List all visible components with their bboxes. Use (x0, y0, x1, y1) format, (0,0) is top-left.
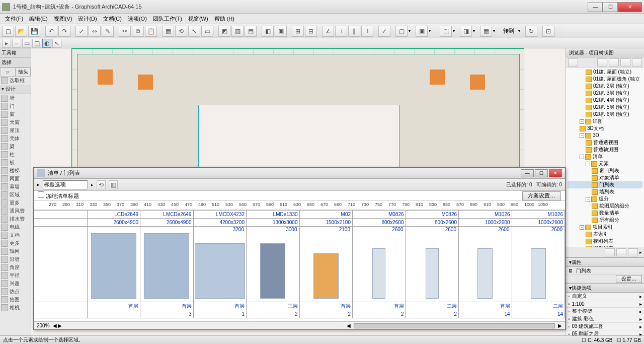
toolbox-tool[interactable]: 通风管 (0, 207, 31, 215)
freeze-checkbox[interactable]: 冻结清单标题 (38, 191, 79, 200)
toolbox-tool[interactable]: 相机 (0, 304, 31, 312)
menu-item[interactable]: 视窗(W) (185, 14, 211, 24)
maximize-button[interactable]: ☐ (603, 2, 618, 12)
schedule-titlebar[interactable]: 清单 / 门列表 — ☐ ✕ (34, 168, 565, 179)
tree-node[interactable]: 表索引 (568, 231, 642, 238)
project-tree[interactable]: 01建. 屋面 (独立)01建. 屋面檐角 (独立02结. 2层 (独立)02结… (566, 67, 644, 247)
menu-item[interactable]: 视图(V) (51, 14, 75, 24)
minimize-button[interactable]: — (588, 2, 603, 12)
toolbox-tool[interactable]: 网面 (0, 175, 31, 183)
toolbox-tool[interactable]: 半径 (0, 271, 31, 280)
tool-icon[interactable]: ✎ (102, 26, 114, 37)
menu-item[interactable]: 文件(F) (2, 14, 26, 24)
header-options-input[interactable] (43, 180, 88, 189)
horizontal-scrollbar[interactable] (354, 323, 555, 328)
toolbox-tool[interactable]: 角度 (0, 263, 31, 271)
toolbox-tool[interactable]: 热点 (0, 288, 31, 296)
sched-tool-icon[interactable]: ⟲ (97, 180, 106, 189)
tree-node[interactable]: 02结. 3层 (独立) (568, 90, 642, 97)
tree-node[interactable]: 窗口列表 (568, 167, 642, 174)
tree-node[interactable]: 按图层的组分 (568, 202, 642, 210)
tool-icon[interactable]: ⟲ (175, 26, 187, 37)
schedule-minimize-button[interactable]: — (521, 169, 534, 177)
tree-node[interactable]: 数量清单 (568, 210, 642, 217)
tool-icon[interactable]: ⇔ (89, 26, 101, 37)
quick-option-row[interactable]: ▫03 建筑施工图▸ (566, 323, 644, 330)
toolbox-tool[interactable]: 板 (0, 159, 31, 167)
pointer-icon[interactable]: ☞ (0, 67, 16, 77)
tree-node[interactable]: 普通轴测图 (568, 146, 642, 153)
tool-copy-icon[interactable]: ⧉ (132, 26, 144, 37)
scroll-left-icon[interactable]: ◀ (347, 323, 351, 328)
toolbox-tool[interactable]: 拾图 (0, 296, 31, 304)
tool-icon[interactable]: ⟂ (335, 26, 347, 37)
tool-icon[interactable]: ◫ (32, 39, 41, 48)
toolbox-tool[interactable]: 排水管 (0, 215, 31, 223)
tool-icon[interactable]: ▭ (201, 26, 213, 37)
zoom-value[interactable]: 200% (37, 323, 50, 328)
toolbox-tool[interactable]: 文档 (0, 231, 31, 239)
tree-node[interactable]: 02结. 4层 (独立) (568, 97, 642, 104)
arrow-icon[interactable]: ▸ (2, 39, 11, 48)
toolbox-tool[interactable]: 电线 (0, 223, 31, 231)
tool-undo-icon[interactable]: ↶ (45, 26, 57, 37)
toolbox-tool[interactable]: 屋顶 (0, 126, 31, 134)
nav-icon[interactable] (597, 58, 607, 66)
nav-view-icon[interactable] (568, 58, 578, 66)
arrow-tool[interactable]: 箭头 (16, 67, 31, 77)
quick-option-row[interactable]: ▫整个模型▸ (566, 308, 644, 315)
tool-paste-icon[interactable]: 📋 (145, 26, 157, 37)
nav-action-icon[interactable] (628, 248, 638, 256)
toolbox-tool[interactable]: 区域 (0, 191, 31, 199)
toolbox-tool[interactable]: 幕墙 (0, 183, 31, 191)
tree-node[interactable]: 02结. 6层 (独立) (568, 111, 642, 118)
tree-node[interactable]: 门列表 (568, 181, 642, 188)
scroll-right-icon[interactable]: ▶ (558, 323, 562, 328)
toolbox-tool[interactable]: 壳体 (0, 134, 31, 143)
menu-item[interactable]: 设计(D) (75, 14, 100, 24)
tool-icon[interactable]: ▦ (480, 26, 492, 37)
tool-icon[interactable]: ▭ (22, 39, 31, 48)
menu-item[interactable]: 选项(O) (125, 14, 150, 24)
door-schedule-table[interactable]: LCDe2649LMCDe2649LMCDX4232LMDe1330M02M08… (34, 210, 565, 318)
tree-node[interactable]: +详图 (568, 118, 642, 125)
menu-item[interactable]: 团队工作(T) (150, 14, 185, 24)
tree-node[interactable]: −3D (568, 132, 642, 139)
tool-icon[interactable]: ⊥ (361, 26, 373, 37)
tool-icon[interactable]: ∥ (348, 26, 360, 37)
tool-new-icon[interactable]: ▢ (2, 26, 14, 37)
toolbox-tool[interactable]: 更多 (0, 239, 31, 247)
navto-label[interactable]: 转到 (500, 27, 517, 35)
tree-node[interactable]: −清单 (568, 153, 642, 160)
tool-redo-icon[interactable]: ↷ (58, 26, 70, 37)
tree-node[interactable]: 对象清单 (568, 174, 642, 181)
toolbox-tool[interactable]: 天窗 (0, 118, 31, 126)
tree-node[interactable]: 所有组分 (568, 217, 642, 224)
toolbox-tool[interactable]: 梁 (0, 143, 31, 151)
tree-node[interactable]: −元素 (568, 160, 642, 167)
tool-icon[interactable]: ↻ (525, 26, 537, 37)
tool-icon[interactable]: ⊟ (305, 26, 317, 37)
tree-node[interactable]: −项目索引 (568, 224, 642, 231)
toolbox-tool[interactable]: 柱 (0, 151, 31, 159)
tool-icon[interactable]: ◨ (460, 26, 472, 37)
marquee-tool[interactable]: 选取框 (0, 77, 31, 85)
tool-icon[interactable]: ▣ (416, 26, 428, 37)
tool-save-icon[interactable]: 💾 (28, 26, 40, 37)
close-button[interactable]: ✕ (618, 2, 642, 12)
nav-action-icon[interactable] (616, 248, 626, 256)
nav-action-icon[interactable] (605, 248, 615, 256)
floorplan-canvas[interactable] (71, 48, 524, 179)
tool-icon[interactable]: ◩ (218, 26, 230, 37)
tool-icon[interactable]: ▫ (12, 39, 21, 48)
nav-icon[interactable] (632, 58, 642, 66)
tree-node[interactable]: −组分 (568, 195, 642, 202)
toolbox-tool[interactable]: 墙 (0, 94, 31, 102)
tool-icon[interactable]: ▥ (231, 26, 244, 37)
tool-cut-icon[interactable]: ✂ (119, 26, 131, 37)
tool-icon[interactable]: ✓ (378, 26, 390, 37)
tool-open-icon[interactable]: 📂 (15, 26, 27, 37)
toolbox-tool[interactable]: 沿墙 (0, 255, 31, 263)
tool-icon[interactable]: ⤡ (188, 26, 200, 37)
tool-icon[interactable]: ⤢ (75, 26, 88, 37)
